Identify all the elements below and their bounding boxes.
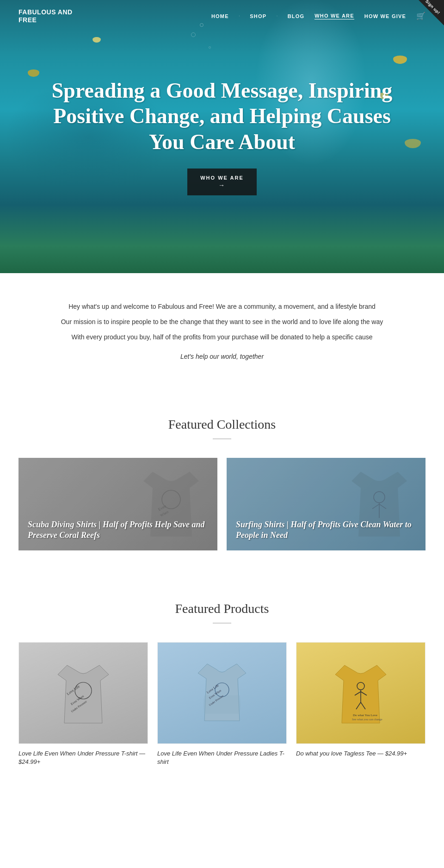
hero-title: Spreading a Good Message, Inspiring Posi… <box>37 78 407 155</box>
product-info-1: Love Life Even When Under Pressure T-shi… <box>18 744 148 769</box>
hero-content: Spreading a Good Message, Inspiring Posi… <box>0 78 444 195</box>
hero-section: FABULOUS AND FREE HOME · SHOP · BLOG WHO… <box>0 0 444 273</box>
site-logo[interactable]: FABULOUS AND FREE <box>18 8 73 24</box>
product-image-2: Love Life Even When Under Pressure <box>157 642 287 744</box>
product-name-1: Love Life Even When Under Pressure T-shi… <box>18 749 148 766</box>
intro-tagline: Let's help our world, together <box>56 351 388 362</box>
products-grid: Love Life Even When Under Pressure Love … <box>18 642 426 769</box>
collection-card-scuba[interactable]: Even When Scuba Diving Shirts | Half of … <box>18 458 217 550</box>
intro-section: Hey what's up and welcome to Fabulous an… <box>0 273 444 389</box>
nav-blog[interactable]: BLOG <box>288 13 305 19</box>
product-card-1[interactable]: Love Life Even When Under Pressure Love … <box>18 642 148 769</box>
intro-line2: Our mission is to inspire people to be t… <box>56 316 388 328</box>
intro-line3: With every product you buy, half of the … <box>56 331 388 343</box>
nav-shop[interactable]: SHOP <box>250 13 266 19</box>
collections-title: Featured Collections <box>18 417 426 432</box>
tshirt-svg-grey: Love Life Even When Under Pressure <box>53 658 113 728</box>
collections-divider <box>213 438 231 439</box>
product-info-3: Do what you love Tagless Tee — $24.99+ <box>296 744 426 761</box>
collection-title-surfing: Surfing Shirts | Half of Profits Give Cl… <box>236 519 416 541</box>
product-image-1: Love Life Even When Under Pressure <box>18 642 148 744</box>
tshirt-svg-yellow: Do what You Love See what you can change <box>331 658 391 728</box>
nav-separator: · <box>277 15 278 18</box>
nav-who-we-are[interactable]: WHO WE ARE <box>314 13 354 19</box>
product-card-2[interactable]: Love Life Even When Under Pressure Love … <box>157 642 287 769</box>
featured-products-section: Featured Products Love Life Even When Un… <box>0 574 444 792</box>
product-info-2: Love Life Even When Under Pressure Ladie… <box>157 744 287 769</box>
tshirt-svg-blue: Love Life Even When Under Pressure <box>194 658 250 728</box>
products-divider <box>213 623 231 624</box>
collection-overlay: Surfing Shirts | Half of Profits Give Cl… <box>227 458 426 550</box>
hero-cta-button[interactable]: WHO WE ARE → <box>187 169 257 195</box>
product-name-2: Love Life Even When Under Pressure Ladie… <box>157 749 287 766</box>
site-header: FABULOUS AND FREE HOME · SHOP · BLOG WHO… <box>0 0 444 32</box>
products-title: Featured Products <box>18 601 426 616</box>
collections-grid: Even When Scuba Diving Shirts | Half of … <box>18 458 426 550</box>
intro-line1: Hey what's up and welcome to Fabulous an… <box>56 301 388 312</box>
nav-how-we-give[interactable]: HOW WE GIVE <box>364 13 406 19</box>
product-card-3[interactable]: Do what You Love See what you can change… <box>296 642 426 769</box>
bubble <box>191 32 196 37</box>
product-name-3: Do what you love Tagless Tee — $24.99+ <box>296 749 426 758</box>
nav-separator: · <box>239 15 240 18</box>
svg-text:See what you can change: See what you can change <box>352 718 382 721</box>
svg-text:Do what You Love: Do what You Love <box>353 713 377 717</box>
main-nav: HOME · SHOP · BLOG WHO WE ARE HOW WE GIV… <box>211 12 426 20</box>
product-image-3: Do what You Love See what you can change <box>296 642 426 744</box>
cart-icon[interactable]: 🛒 <box>416 12 426 20</box>
collection-card-surfing[interactable]: Surfing Shirts | Half of Profits Give Cl… <box>227 458 426 550</box>
nav-home[interactable]: HOME <box>211 13 229 19</box>
hero-cta-arrow: → <box>200 181 244 189</box>
featured-collections-section: Featured Collections Even When Scuba Div… <box>0 389 444 574</box>
collection-overlay: Scuba Diving Shirts | Half of Profits He… <box>18 458 217 550</box>
collection-title-scuba: Scuba Diving Shirts | Half of Profits He… <box>28 519 208 541</box>
